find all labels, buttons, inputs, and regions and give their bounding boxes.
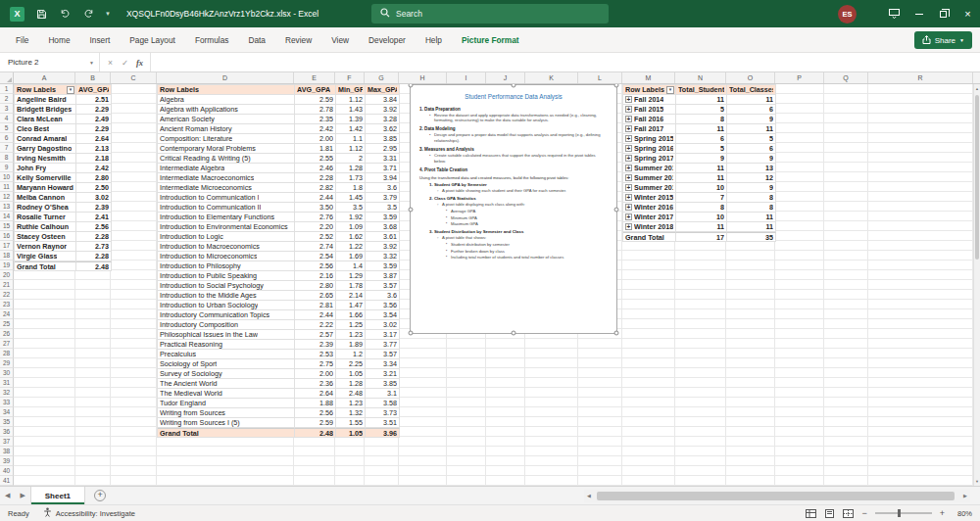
search-box[interactable]: Search xyxy=(371,4,609,24)
pivot-value-cell[interactable]: 2.59 xyxy=(295,418,336,428)
row-header-36[interactable]: 36 xyxy=(0,427,14,437)
expand-icon[interactable] xyxy=(625,116,632,122)
expand-icon[interactable] xyxy=(625,125,632,132)
pivot-value-cell[interactable]: 2.39 xyxy=(76,203,112,213)
pivot-value-cell[interactable]: 3.85 xyxy=(366,134,400,144)
pivot-label-cell[interactable]: Introduction to Microeconomics xyxy=(158,252,295,261)
pivot-label-cell[interactable]: Maryann Howard xyxy=(15,183,76,193)
pivot-value-cell[interactable]: 9 xyxy=(727,115,776,124)
horizontal-scroll-thumb[interactable] xyxy=(597,492,955,500)
pivot-value-cell[interactable]: 3.21 xyxy=(366,369,400,379)
pivot-value-cell[interactable]: 1.39 xyxy=(336,115,366,124)
pivot-label-cell[interactable]: Sociology of Sport xyxy=(158,359,295,369)
pivot-value-cell[interactable]: 8 xyxy=(727,193,776,203)
pivot-value-cell[interactable]: 2.46 xyxy=(295,164,336,173)
zoom-out-icon[interactable] xyxy=(861,509,866,518)
pivot-value-cell[interactable]: 1.69 xyxy=(336,252,366,261)
pivot-label-cell[interactable]: The Ancient World xyxy=(158,379,295,389)
spreadsheet-grid[interactable]: 1234567891011121314151617181920212223242… xyxy=(0,84,980,486)
pivot-value-cell[interactable]: 35 xyxy=(727,232,776,242)
pivot-value-cell[interactable]: 3.57 xyxy=(366,281,400,291)
row-header-27[interactable]: 27 xyxy=(0,339,14,349)
name-box-caret-icon[interactable] xyxy=(84,53,100,71)
pivot-value-cell[interactable]: 17 xyxy=(676,232,727,242)
expand-icon[interactable] xyxy=(625,223,632,230)
pivot-label-cell[interactable]: Spring 2016 xyxy=(623,144,676,154)
row-header-3[interactable]: 3 xyxy=(0,104,14,114)
pivot-value-cell[interactable]: 2.20 xyxy=(295,222,336,232)
row-header-28[interactable]: 28 xyxy=(0,349,14,358)
expand-icon[interactable] xyxy=(625,213,632,220)
column-header-M[interactable]: M xyxy=(622,72,675,83)
pivot-value-cell[interactable]: 5 xyxy=(676,144,727,154)
pivot-value-cell[interactable]: 11 xyxy=(727,124,776,134)
pivot-label-cell[interactable]: Virgie Glass xyxy=(15,252,76,261)
zoom-slider-thumb[interactable] xyxy=(898,509,901,517)
pivot-label-cell[interactable]: Grand Total xyxy=(15,261,76,271)
ribbon-tab-view[interactable]: View xyxy=(321,27,359,52)
pivot-value-cell[interactable]: 2.49 xyxy=(76,115,112,124)
column-header-O[interactable]: O xyxy=(726,72,775,83)
pivot-label-cell[interactable]: Survey of Sociology xyxy=(158,369,295,379)
pivot-value-cell[interactable]: 3.71 xyxy=(366,164,400,173)
pivot-value-cell[interactable]: 3.34 xyxy=(366,359,400,369)
pivot-value-cell[interactable]: 2.54 xyxy=(295,252,336,261)
row-header-30[interactable]: 30 xyxy=(0,368,14,378)
pivot-value-cell[interactable]: 1.81 xyxy=(295,144,336,154)
pivot-value-cell[interactable]: 2.50 xyxy=(76,183,112,193)
ribbon-tab-page-layout[interactable]: Page Layout xyxy=(120,27,185,52)
pivot-label-cell[interactable]: Intermediate Microeconomics xyxy=(158,183,295,193)
pivot-value-cell[interactable]: 2.14 xyxy=(336,291,366,301)
row-header-20[interactable]: 20 xyxy=(0,270,14,280)
row-header-6[interactable]: 6 xyxy=(0,133,14,143)
row-header-9[interactable]: 9 xyxy=(0,163,14,172)
pivot-value-cell[interactable]: 1.88 xyxy=(295,399,336,408)
pivot-value-cell[interactable]: 2.48 xyxy=(336,389,366,399)
pivot-value-cell[interactable]: 12 xyxy=(727,173,776,183)
pivot-label-cell[interactable]: Algebra xyxy=(158,95,295,105)
account-avatar[interactable]: ES xyxy=(838,5,857,24)
pivot-value-cell[interactable]: 2.56 xyxy=(76,222,112,232)
column-header-F[interactable]: F xyxy=(335,72,365,83)
zoom-level-label[interactable]: 80% xyxy=(953,509,972,518)
pivot-label-cell[interactable]: Fall 2015 xyxy=(623,105,676,115)
save-icon[interactable] xyxy=(34,7,48,21)
column-header-Q[interactable]: Q xyxy=(824,72,868,83)
pivot-value-cell[interactable]: 3.5 xyxy=(366,203,400,213)
pivot-label-cell[interactable]: Cleo Best xyxy=(15,124,76,134)
pivot-value-cell[interactable]: 1.23 xyxy=(336,399,366,408)
pivot-value-cell[interactable]: 3.59 xyxy=(366,213,400,222)
pivot-value-cell[interactable]: 3.79 xyxy=(366,193,400,203)
pivot-table-class-gpa-stats[interactable]: Row LabelsAVG_GPAMin_GPAMax_GPAAlgebra2.… xyxy=(157,84,400,438)
vertical-scrollbar[interactable] xyxy=(973,84,980,486)
pivot-value-cell[interactable]: 3.68 xyxy=(366,222,400,232)
close-button[interactable] xyxy=(956,0,980,27)
expand-icon[interactable] xyxy=(625,174,632,181)
pivot-value-cell[interactable]: 2.42 xyxy=(295,124,336,134)
pivot-value-cell[interactable]: 3.5 xyxy=(336,203,366,213)
pivot-value-cell[interactable]: 3.73 xyxy=(366,408,400,418)
pivot-value-cell[interactable]: 8 xyxy=(727,203,776,213)
pivot-value-cell[interactable]: 3.92 xyxy=(366,105,400,115)
pivot-value-cell[interactable]: 9 xyxy=(676,154,727,164)
enter-icon[interactable] xyxy=(118,58,132,68)
row-header-13[interactable]: 13 xyxy=(0,202,14,212)
pivot-value-cell[interactable]: 2.80 xyxy=(76,173,112,183)
pivot-value-cell[interactable]: 3.94 xyxy=(366,173,400,183)
pivot-value-cell[interactable]: 3.50 xyxy=(295,203,336,213)
expand-icon[interactable] xyxy=(625,106,632,113)
row-header-41[interactable]: 41 xyxy=(0,476,14,486)
selection-handle-s[interactable] xyxy=(512,331,516,336)
pivot-label-cell[interactable]: Introduction to Urban Sociology xyxy=(158,301,295,310)
pivot-value-cell[interactable]: 5 xyxy=(676,105,727,115)
normal-view-icon[interactable] xyxy=(806,509,816,518)
row-header-21[interactable]: 21 xyxy=(0,280,14,290)
pivot-value-cell[interactable]: 1.05 xyxy=(336,428,366,438)
column-header-E[interactable]: E xyxy=(294,72,335,83)
pivot-label-cell[interactable]: Introduction to Elementary Functions xyxy=(158,213,295,222)
ribbon-tab-data[interactable]: Data xyxy=(238,27,275,52)
pivot-value-cell[interactable]: 11 xyxy=(676,164,727,173)
pivot-label-cell[interactable]: Philosophical Issues in the Law xyxy=(158,330,295,340)
pivot-label-cell[interactable]: Tudor England xyxy=(158,399,295,408)
pivot-value-cell[interactable]: 1.42 xyxy=(336,124,366,134)
